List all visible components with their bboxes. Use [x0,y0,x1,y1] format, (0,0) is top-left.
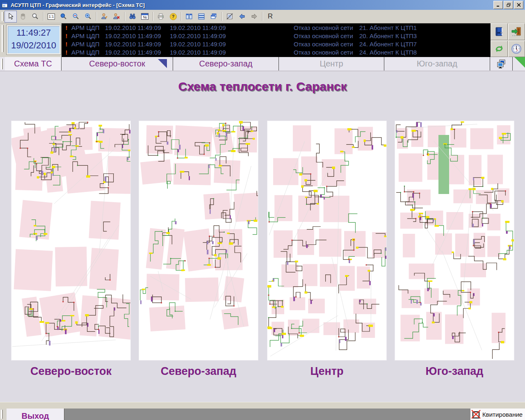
map-canvas [139,121,258,360]
map-severo-vostok[interactable] [11,121,130,360]
time-settings-button[interactable] [508,41,525,57]
map-severo-zapad[interactable] [139,121,258,360]
tab-centr[interactable]: Центр [279,57,384,71]
arrow-left-icon [238,13,246,20]
alarm-message: Отказ основной сети [294,41,359,48]
alarm-detail: 21. Абонент К ЦТП1 [359,24,491,31]
panel-grip[interactable] [2,25,4,52]
journal-button[interactable] [491,23,508,40]
toolbar-grip[interactable] [2,12,4,21]
restore-button[interactable] [504,1,513,9]
exit-door-icon [511,26,522,37]
tab-schema-ts[interactable]: Схема ТС [5,57,62,71]
help-button[interactable]: ? [167,11,179,23]
tab-label: Юго-запад [417,59,457,68]
screens-switch-button[interactable] [490,57,513,71]
alarm-row[interactable]: ! АРМ ЦДП 19.02.2010 11:49:09 19.02.2010… [62,24,491,32]
filter-toggle-button[interactable] [224,11,236,23]
window-title: АСУТП ЦТП - Графический интерфейс - [Схе… [11,2,145,8]
restore-icon [507,3,511,7]
alarm-time-1: 19.02.2010 11:49:09 [105,41,170,48]
tab-yugo-zapad[interactable]: Юго-запад [384,57,490,71]
clock-area: 11:49:27 19/02/2010 [0,23,62,57]
user-edit-button[interactable] [98,11,110,23]
cascade-icon [210,13,217,20]
zoom-region-icon [60,13,67,20]
alarm-detail: 20. Абонент К ЦТП3 [359,32,491,39]
tab-alert-wedge-icon [158,59,167,68]
alarm-source: АРМ ЦДП [71,41,105,48]
alarm-time-2: 19.02.2010 11:49:09 [170,49,294,56]
alarm-row[interactable]: ! АРМ ЦДП 19.02.2010 11:49:09 19.02.2010… [62,40,491,48]
system-clock: 11:49:27 19/02/2010 [7,25,61,55]
footer-strip [0,402,525,409]
toolbar-separator [262,12,262,21]
user-delete-button[interactable] [110,11,123,23]
tile-vertical-button[interactable] [183,11,195,23]
tab-severo-zapad[interactable]: Северо-запад [173,57,279,71]
select-tool-button[interactable] [5,11,17,23]
tab-severo-vostok[interactable]: Северо-восток [62,57,173,71]
zoom-in-button[interactable] [82,11,94,23]
print-button[interactable] [155,11,167,23]
exit-app-button[interactable] [508,23,525,40]
tab-label: Схема ТС [14,59,52,68]
map-label-centr: Центр [267,365,386,378]
clock-date: 19/02/2010 [8,39,59,52]
toolbar-separator [153,12,153,21]
footer-grip[interactable] [1,410,3,419]
map-canvas [395,121,514,360]
map-centr[interactable] [267,121,386,360]
find-button[interactable] [126,11,139,23]
close-button[interactable] [514,1,523,9]
tabbar-grip[interactable] [1,59,3,69]
alarm-detail: 24. Абонент К ЦТП8 [359,49,491,56]
toolbar-separator [96,12,96,21]
tab-label: Северо-запад [199,59,253,68]
page-title: Схема теплосети г. Саранск [0,80,525,94]
corner-alert-wedge-icon [514,57,525,68]
status-band: 11:49:27 19/02/2010 ! АРМ ЦДП 19.02.2010… [0,23,525,57]
hand-icon [19,13,27,20]
app-window: АСУТП ЦТП - Графический интерфейс - [Схе… [0,0,525,420]
tab-bar: Схема ТС Северо-восток Северо-запад Цент… [0,57,525,71]
filter-off-icon [226,13,233,20]
alarm-time-1: 19.02.2010 11:49:09 [105,24,170,31]
acknowledge-button[interactable]: Квитирование [470,409,525,420]
tile-vertical-icon [185,13,193,20]
zoom-actual-size-button[interactable]: 1:1 [45,11,57,23]
cascade-windows-button[interactable] [208,11,220,23]
printer-icon [157,13,164,20]
minimize-button[interactable] [493,1,503,9]
tile-horizontal-button[interactable] [195,11,208,23]
toolbar: 1:1 [0,10,525,23]
magnifier-icon [32,13,39,20]
r-mode-button[interactable]: R [264,11,276,23]
events-journal-button[interactable]: № [139,11,151,23]
alarm-row[interactable]: ! АРМ ЦДП 19.02.2010 11:49:09 19.02.2010… [62,32,491,40]
alarm-detail: 24. Абонент К ЦТП7 [359,41,491,48]
zoom-region-button[interactable] [57,11,70,23]
alarm-source: АРМ ЦДП [71,24,105,31]
refresh-button[interactable] [491,41,508,57]
navigate-back-button[interactable] [236,11,248,23]
exit-button[interactable]: Выход [7,409,64,420]
navigate-forward-button[interactable] [248,11,260,23]
acknowledge-label: Квитирование [482,411,523,418]
alarm-time-2: 19.02.2010 11:49:09 [170,41,294,48]
alarm-list[interactable]: ! АРМ ЦДП 19.02.2010 11:49:09 19.02.2010… [62,23,491,57]
zoom-tool-button[interactable] [29,11,41,23]
r-letter-icon: R [268,12,273,21]
map-yugo-zapad[interactable] [395,121,514,360]
journal-book-icon [494,26,504,37]
map-label-yugo-zapad: Юго-запад [395,365,514,378]
alarm-source: АРМ ЦДП [71,49,105,56]
map-canvas [267,121,386,360]
alarm-row[interactable]: ! АРМ ЦДП 19.02.2010 11:49:09 19.02.2010… [62,48,491,56]
tab-label: Центр [320,59,343,68]
alarm-icon: ! [62,24,71,31]
zoom-out-button[interactable] [70,11,82,23]
close-icon [517,3,521,7]
alarm-time-2: 19.02.2010 11:49:09 [170,32,294,39]
pan-tool-button[interactable] [17,11,29,23]
